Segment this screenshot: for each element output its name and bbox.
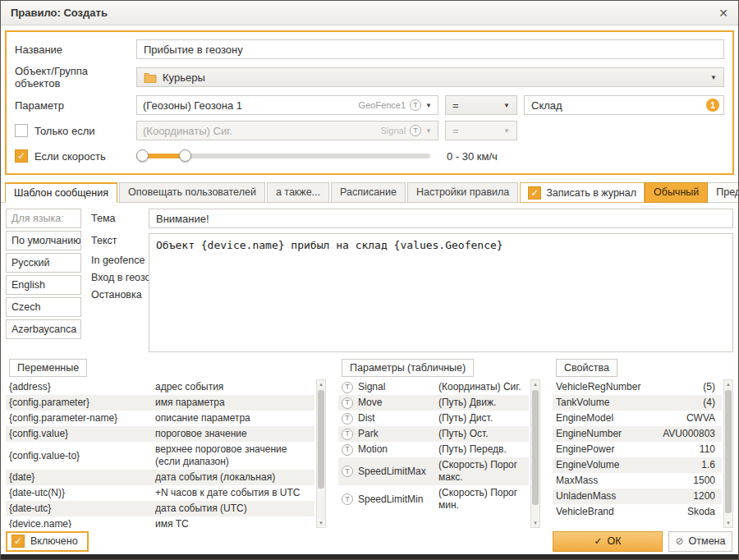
parameter-row[interactable]: TDist(Путь) Дист.: [338, 411, 529, 426]
property-row[interactable]: EngineNumberAVU000803: [553, 426, 722, 442]
variable-row[interactable]: {device.name}имя ТС: [6, 516, 314, 528]
language-item-русский[interactable]: Русский: [6, 253, 81, 273]
properties-list: VehicleRegNumber(5)TankVolume(4)EngineMo…: [553, 379, 722, 528]
type-tag-icon: T: [410, 125, 421, 136]
parameter-name-text: Park: [358, 428, 379, 440]
parameter-label: Параметр: [15, 99, 131, 112]
tab-оповещать-пользователей[interactable]: Оповещать пользователей: [119, 182, 265, 203]
parameter-combo[interactable]: (Геозоны) Геозона 1 GeoFence1 T ▼: [136, 95, 438, 115]
scroll-up-icon[interactable]: ▲: [533, 380, 538, 388]
parameter-row[interactable]: TMotion(Путь) Передв.: [338, 442, 529, 457]
chevron-down-icon: ▼: [710, 74, 717, 81]
journal-checkbox[interactable]: ✓: [528, 186, 541, 200]
variable-desc: пороговое значение: [155, 428, 311, 440]
parameter-row[interactable]: TPark(Путь) Ост.: [338, 426, 529, 442]
scroll-down-icon[interactable]: ▼: [726, 519, 731, 527]
only-if-combo[interactable]: (Координаты) Сиг. Signal T ▼: [136, 121, 438, 140]
scroll-down-icon[interactable]: ▼: [319, 519, 324, 527]
language-item-azərbaycanca[interactable]: Azərbaycanca: [6, 319, 81, 339]
variable-row[interactable]: {config.parameter}имя параметра: [6, 395, 314, 411]
tab-расписание[interactable]: Расписание: [331, 182, 406, 203]
slider-handle-max[interactable]: [179, 149, 191, 162]
subject-label: Тема: [91, 213, 145, 224]
only-if-checkbox[interactable]: [15, 124, 28, 137]
variables-panel: Переменные {address}адрес события{config…: [6, 359, 326, 528]
language-item-czech[interactable]: Czech: [6, 297, 81, 317]
only-if-toggle[interactable]: Только если: [15, 124, 131, 137]
journal-toggle[interactable]: ✓ Записать в журнал: [520, 182, 645, 203]
slider-handle-min[interactable]: [136, 149, 149, 162]
object-label: Объект/Группа объектов: [15, 65, 131, 90]
speed-toggle[interactable]: ✓ Если скорость: [15, 149, 131, 163]
tab-шаблон-сообщения[interactable]: Шаблон сообщения: [5, 182, 117, 203]
property-row[interactable]: VehicleRegNumber(5): [553, 379, 722, 395]
speed-range-slider[interactable]: [136, 146, 430, 166]
parameter-row[interactable]: TSpeedLimitMin(Скорость) Порог мин.: [338, 485, 529, 513]
only-if-row: (Координаты) Сиг. Signal T ▼ = ▼: [136, 121, 724, 140]
preset-вход-в-геозону[interactable]: Вход в геозону: [91, 272, 145, 283]
variable-row[interactable]: {config.value-to}верхнее пороговое значе…: [6, 442, 314, 470]
property-row[interactable]: EngineVolume1.6: [553, 457, 722, 473]
parameter-operator-select[interactable]: = ▼: [445, 95, 517, 115]
parameter-row[interactable]: TSignal(Координаты) Сиг.: [338, 379, 529, 395]
message-labels: Тема Текст In geofenceВход в геозонуОста…: [81, 209, 149, 352]
enabled-toggle[interactable]: ✓ Включено: [6, 531, 89, 552]
close-icon[interactable]: ✕: [718, 7, 728, 20]
rule-name-input[interactable]: [136, 39, 724, 59]
tab-настройки-правила[interactable]: Настройки правила: [407, 182, 518, 203]
language-item-english[interactable]: English: [6, 275, 81, 295]
property-row[interactable]: UnladenMass1200: [553, 489, 722, 504]
preset-остановка[interactable]: Остановка: [91, 289, 145, 301]
severity-tab-предупреждение[interactable]: Предупреждение: [708, 182, 739, 203]
enabled-checkbox[interactable]: ✓: [11, 535, 25, 548]
property-row[interactable]: EngineModelCWVA: [553, 411, 722, 426]
parameter-name-text: Signal: [358, 381, 385, 393]
scrollbar-thumb[interactable]: [725, 390, 732, 513]
variable-row[interactable]: {date-utc}дата события (UTC): [6, 501, 314, 516]
subject-input[interactable]: [149, 209, 733, 228]
scroll-down-icon[interactable]: ▼: [533, 519, 538, 527]
parameter-row[interactable]: TSpeedLimitMax(Скорость) Порог макс.: [338, 457, 529, 485]
variable-row[interactable]: {config.parameter-name}описание параметр…: [6, 411, 314, 426]
property-row[interactable]: VehicleBrandSkoda: [553, 504, 722, 520]
type-tag-icon: T: [342, 493, 353, 505]
variables-scrollbar[interactable]: ▲ ▼: [316, 379, 326, 528]
only-if-operator-select[interactable]: = ▼: [445, 121, 517, 140]
properties-scrollbar[interactable]: ▲ ▼: [723, 379, 733, 528]
language-item-по-умолчанию[interactable]: По умолчанию: [6, 231, 81, 250]
property-row[interactable]: TankVolume(4): [553, 395, 722, 411]
preset-in-geofence[interactable]: In geofence: [91, 255, 145, 266]
scrollbar-thumb[interactable]: [318, 390, 324, 489]
parameter-desc: (Координаты) Сиг.: [438, 381, 526, 393]
message-text-input[interactable]: Объект {device.name} прибыл на склад {va…: [149, 233, 733, 352]
property-value: Skoda: [687, 506, 718, 518]
parameter-count-badge: 1: [706, 99, 719, 112]
tab-а-также[interactable]: а также...: [267, 182, 329, 203]
rule-create-dialog: Правило: Создать ✕ Название Объект/Групп…: [0, 0, 739, 560]
parameter-row[interactable]: TMove(Путь) Движ.: [338, 395, 529, 411]
property-row[interactable]: MaxMass1500: [553, 473, 722, 489]
parameters-scrollbar[interactable]: ▲ ▼: [530, 379, 540, 528]
parameter-name: TSpeedLimitMax: [342, 466, 438, 478]
ok-button[interactable]: ✓ ОК: [553, 531, 663, 552]
variable-row[interactable]: {address}адрес события: [6, 379, 314, 395]
check-icon: ✓: [17, 151, 25, 161]
object-select[interactable]: Курьеры ▼: [136, 67, 724, 87]
parameter-desc: (Путь) Движ.: [438, 397, 526, 409]
variable-row[interactable]: {config.value}пороговое значение: [6, 426, 314, 442]
cancel-button[interactable]: ⊘ Отмена: [668, 531, 732, 552]
left-tabs: Шаблон сообщенияОповещать пользователейа…: [5, 182, 520, 202]
type-tag-icon: T: [342, 397, 353, 409]
speed-checkbox[interactable]: ✓: [15, 149, 28, 163]
variable-row[interactable]: {date-utc(N)}+N часов к дате события в U…: [6, 485, 314, 501]
check-icon: ✓: [530, 188, 539, 198]
scroll-up-icon[interactable]: ▲: [726, 380, 731, 388]
scroll-up-icon[interactable]: ▲: [319, 380, 324, 388]
property-row[interactable]: EnginePower110: [553, 442, 722, 457]
variable-desc: дата события (UTC): [155, 503, 311, 515]
type-tag-icon: T: [342, 444, 353, 456]
scrollbar-thumb[interactable]: [532, 390, 539, 505]
parameter-value-input[interactable]: [524, 95, 724, 115]
severity-tab-обычный[interactable]: Обычный: [645, 182, 708, 203]
variable-row[interactable]: {date}дата события (локальная): [6, 470, 314, 485]
